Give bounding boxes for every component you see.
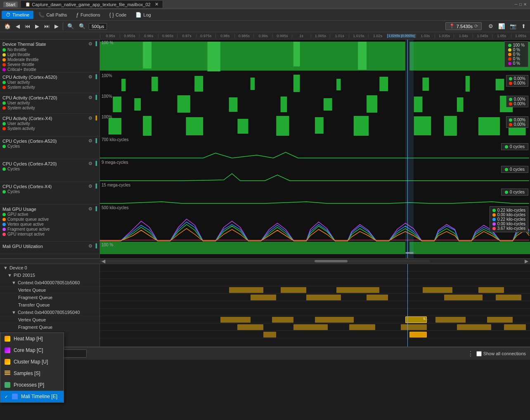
svg-rect-19 xyxy=(113,97,121,112)
cpu-a520-chart[interactable]: 100% 0.00% 0.00% xyxy=(100,73,530,93)
menu-code[interactable]: { } Code xyxy=(105,11,131,19)
scroll-right-btn[interactable]: ▶ xyxy=(525,258,528,264)
footer-ellipsis[interactable]: ⋮ xyxy=(467,350,474,358)
fwd-button[interactable]: ⏭ xyxy=(43,22,51,30)
home-button[interactable]: 🏠 xyxy=(2,22,12,30)
next-button[interactable]: ▶ xyxy=(53,22,60,30)
context-menu-clustermap[interactable]: Cluster Map [U] xyxy=(0,356,64,368)
svg-rect-43 xyxy=(100,182,530,205)
thermal-chart[interactable]: 100 % 100 % 0 % 0 % xyxy=(100,40,530,73)
svg-rect-24 xyxy=(324,98,332,111)
tree-row-fq1[interactable]: Fragment Queue xyxy=(0,294,99,301)
menu-timeline[interactable]: ⏱ Timeline xyxy=(2,11,33,19)
tree-row-tq1[interactable]: Transfer Queue xyxy=(0,301,99,309)
cpu-x4-settings[interactable]: ⚙ xyxy=(88,116,92,121)
zoom-in-button[interactable]: 🔍 xyxy=(66,22,76,30)
selection-region xyxy=(405,40,414,258)
menu-callpaths[interactable]: 📞 Call Paths xyxy=(34,11,71,19)
legend-compute-queue: Compute queue active xyxy=(2,217,97,222)
svg-rect-35 xyxy=(315,117,324,134)
scroll-left-btn[interactable]: ◀ xyxy=(102,258,105,264)
cpu-a720-chart[interactable]: 100% 0.00% 0.00% xyxy=(100,93,530,114)
mali-gpu-chart[interactable]: 500 kilo-cycles 0.22 kilo-cycles xyxy=(100,205,530,242)
tree-cursor-line xyxy=(407,264,408,347)
horizontal-scrollbar[interactable]: ▶ ◀ xyxy=(0,258,530,264)
legend-sys-x4: System activity xyxy=(2,126,97,131)
cycles-x4-chart[interactable]: 15 mega-cycles 0 cycles xyxy=(100,182,530,205)
tree-chart-selected-item[interactable]: S... xyxy=(405,316,427,323)
cycles-a520-settings[interactable]: ⚙ xyxy=(88,138,92,144)
clustermap-icon xyxy=(5,359,10,365)
camera-button[interactable]: 📷 xyxy=(508,22,518,30)
tree-chart-device xyxy=(100,264,530,271)
play-button[interactable]: ▶ xyxy=(33,22,41,30)
legend-light-throttle: Light throttle xyxy=(2,52,97,57)
context-menu-coremap[interactable]: Core Map [C] xyxy=(0,344,64,356)
tree-row-vq2[interactable]: Vertex Queue xyxy=(0,316,99,323)
legend-cycles-a520: Cycles xyxy=(2,144,97,149)
cycles-x4-label: CPU Cycles (Cortex-X4) ⚙▐ Cycles xyxy=(0,182,99,205)
cpu-a720-label: CPU Activity (Cortex-A720) ⚙▐ User activ… xyxy=(0,93,99,114)
back-button[interactable]: ⏮ xyxy=(23,22,32,30)
heatmap-icon xyxy=(5,336,10,342)
start-button[interactable]: Start xyxy=(3,2,18,7)
main-tab[interactable]: 📋 Capture_dawn_native_game_app_texture_f… xyxy=(21,1,163,8)
tree-row-fq2[interactable]: Fragment Queue xyxy=(0,323,99,331)
cycles-a720-chart[interactable]: 9 mega-cycles 0 cycles xyxy=(100,159,530,182)
zoom-level[interactable]: 500µs xyxy=(89,23,107,30)
context-menu-malitimeline[interactable]: ✓ Mali Timeline [E] xyxy=(0,391,64,402)
context-menu-samples[interactable]: Samples [S] xyxy=(0,368,64,379)
tree-row-pid[interactable]: ▼PID 20015 xyxy=(0,271,99,279)
svg-rect-33 xyxy=(237,119,248,134)
show-all-connections-checkbox[interactable] xyxy=(476,351,482,356)
tree-row-device[interactable]: ▼Device 0 xyxy=(0,264,99,271)
title-bar: Start 📋 Capture_dawn_native_game_app_tex… xyxy=(0,0,530,9)
cpu-a520-settings[interactable]: ⚙ xyxy=(88,74,92,80)
tree-chart-ctx1 xyxy=(100,279,530,286)
cycles-a520-chart[interactable]: 700 kilo-cycles 0 cycles xyxy=(100,137,530,159)
svg-rect-10 xyxy=(194,76,203,92)
scrollbar-thumb[interactable] xyxy=(315,260,348,262)
mali-gpu-label: Mali GPU Usage ⚙▐ GPU active Compute que… xyxy=(0,205,99,242)
tab-close[interactable]: ✕ xyxy=(155,2,159,7)
zoom-out-button[interactable]: 🔍 xyxy=(77,22,87,30)
samples-icon xyxy=(5,370,10,376)
svg-rect-39 xyxy=(478,117,500,135)
mali-gpu-info: 0.22 kilo-cycles 0.00 kilo-cycles 0.22 k… xyxy=(490,206,528,232)
prev-button[interactable]: ◀ xyxy=(14,22,21,30)
mali-util-settings[interactable]: ⚙ xyxy=(88,243,92,249)
context-menu-heatmap[interactable]: Heat Map [H] xyxy=(0,333,64,344)
context-menu-processes[interactable]: Processes [P] xyxy=(0,379,64,391)
svg-rect-26 xyxy=(414,97,423,112)
tree-chart-vq2: S... xyxy=(100,316,530,323)
mali-gpu-settings[interactable]: ⚙ xyxy=(88,206,92,212)
tree-row-ctx2[interactable]: ▼Context 0xb400007805195040 xyxy=(0,309,99,316)
tree-chart-fq2 xyxy=(100,323,530,331)
chart-button[interactable]: 📊 xyxy=(497,22,506,30)
thermal-info: 100 % 0 % 0 % 0 % 0 % xyxy=(504,41,528,67)
export-button[interactable]: ⬆ xyxy=(520,22,528,30)
legend-vertex-queue: Vertex queue active xyxy=(2,222,97,227)
svg-rect-5 xyxy=(293,42,300,66)
legend-cycles-x4: Cycles xyxy=(2,189,97,194)
cpu-x4-label: CPU Activity (Cortex-X4) ⚙▐ User activit… xyxy=(0,114,99,137)
cycles-a720-settings[interactable]: ⚙ xyxy=(88,161,92,166)
menu-log[interactable]: 📄 Log xyxy=(131,11,155,19)
svg-rect-3 xyxy=(143,42,151,68)
cpu-x4-chart[interactable]: 100% 0.00% 0.00% xyxy=(100,114,530,137)
cpu-a720-settings[interactable]: ⚙ xyxy=(88,95,92,100)
thermal-settings[interactable]: ⚙ xyxy=(88,41,92,47)
tree-chart-tq1 xyxy=(100,301,530,309)
tree-chart-fq1 xyxy=(100,294,530,301)
tree-row-ctx1[interactable]: ▼Context 0xb4000078051b5060 xyxy=(0,279,99,286)
mali-util-chart[interactable]: 100 % xyxy=(100,242,530,254)
tree-chart-pid xyxy=(100,271,530,279)
show-all-connections-label[interactable]: Show all connections xyxy=(476,351,526,356)
svg-rect-13 xyxy=(336,79,341,90)
settings-button[interactable]: ⚙ xyxy=(487,22,495,30)
cpu-x4-info: 0.00% 0.00% xyxy=(506,116,528,128)
menu-functions[interactable]: ƒ Functions xyxy=(72,11,104,19)
legend-interrupt: GPU interrupt active xyxy=(2,232,97,236)
cycles-x4-settings[interactable]: ⚙ xyxy=(88,184,92,189)
tree-row-vq1[interactable]: Vertex Queue xyxy=(0,286,99,294)
